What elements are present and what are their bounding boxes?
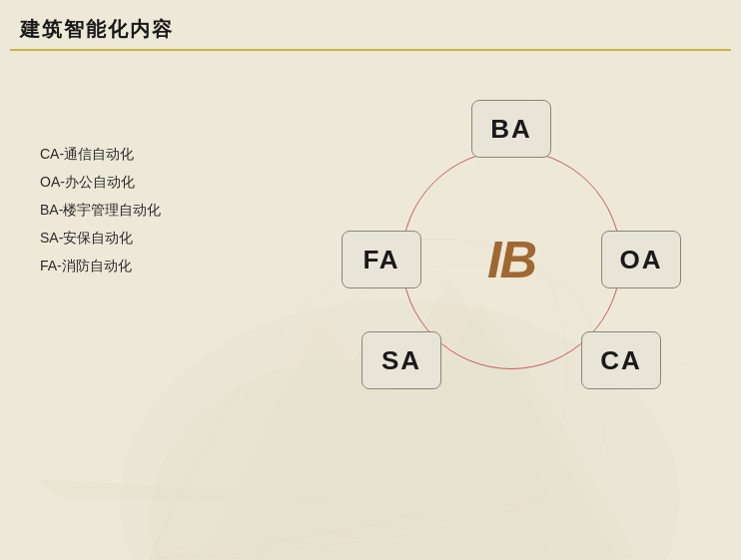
content-area: CA-通信自动化 OA-办公自动化 BA-楼宇管理自动化 SA-安保自动化 FA…	[0, 60, 741, 560]
legend-item-sa: SA-安保自动化	[40, 224, 161, 252]
node-sa: SA	[362, 331, 441, 389]
node-oa: OA	[601, 231, 681, 288]
node-ba-label: BA	[490, 114, 532, 145]
slide-container: 建筑智能化内容 CA-通信自动化 OA-办公自动化 BA-楼宇管理自动化 SA-…	[0, 0, 741, 560]
node-ca: CA	[581, 331, 661, 389]
legend-item-ba: BA-楼宇管理自动化	[40, 196, 161, 224]
node-fa: FA	[342, 231, 421, 288]
node-ba: BA	[471, 100, 551, 158]
legend-item-ca: CA-通信自动化	[40, 140, 161, 168]
legend-item-oa: OA-办公自动化	[40, 168, 161, 196]
legend-item-fa: FA-消防自动化	[40, 252, 161, 280]
node-ca-label: CA	[600, 345, 642, 376]
node-fa-label: FA	[363, 245, 399, 276]
page-title: 建筑智能化内容	[20, 18, 174, 40]
diagram-container: IB BA OA CA SA FA	[342, 90, 681, 429]
legend-list: CA-通信自动化 OA-办公自动化 BA-楼宇管理自动化 SA-安保自动化 FA…	[40, 140, 161, 280]
title-bar: 建筑智能化内容	[10, 8, 731, 51]
ib-center-label: IB	[487, 230, 535, 289]
node-oa-label: OA	[620, 245, 663, 276]
node-sa-label: SA	[381, 345, 421, 376]
